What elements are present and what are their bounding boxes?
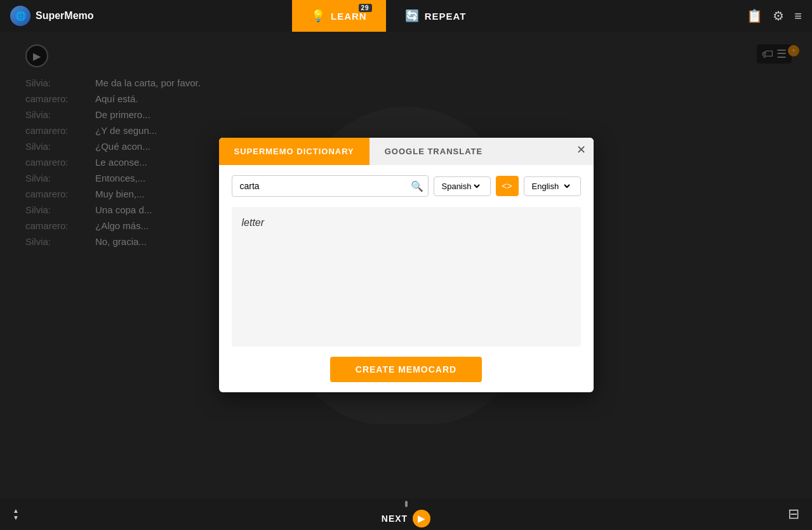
search-input[interactable] bbox=[232, 175, 429, 197]
bottombar: ▲ ▼ NEXT ▶ ⊟ bbox=[0, 498, 812, 530]
modal-body: 🔍 Spanish English French German <> bbox=[219, 165, 594, 392]
modal-tabs: SUPERMEMO DICTIONARY GOOGLE TRANSLATE ✕ bbox=[219, 138, 594, 165]
search-input-wrap: 🔍 bbox=[232, 175, 429, 197]
next-button[interactable]: NEXT ▶ bbox=[382, 510, 430, 527]
settings-button[interactable]: ⚙ bbox=[773, 8, 784, 23]
search-row: 🔍 Spanish English French German <> bbox=[232, 175, 581, 197]
result-word: letter bbox=[242, 217, 265, 228]
nav-learn[interactable]: 💡 LEARN 29 bbox=[292, 0, 386, 32]
nav-repeat-label: REPEAT bbox=[425, 11, 467, 22]
topbar-actions: 📋 ⚙ ≡ bbox=[736, 8, 812, 23]
result-area: letter bbox=[232, 207, 581, 347]
up-down-button[interactable]: ▲ ▼ bbox=[13, 507, 19, 521]
nav-learn-label: LEARN bbox=[331, 11, 367, 22]
search-button[interactable]: 🔍 bbox=[411, 180, 423, 192]
swap-icon: <> bbox=[502, 181, 512, 191]
notes-button[interactable]: 📋 bbox=[747, 8, 762, 23]
repeat-icon: 🔄 bbox=[405, 9, 420, 23]
app-title: SuperMemo bbox=[36, 10, 94, 22]
learn-badge: 29 bbox=[359, 4, 372, 12]
nav-repeat[interactable]: 🔄 REPEAT bbox=[386, 0, 486, 32]
next-arrow-icon: ▶ bbox=[413, 510, 430, 527]
from-language-select[interactable]: Spanish English French German bbox=[434, 176, 491, 196]
swap-languages-button[interactable]: <> bbox=[496, 176, 519, 196]
to-lang-dropdown[interactable]: English Spanish French German bbox=[529, 181, 572, 192]
down-arrow-icon: ▼ bbox=[13, 514, 19, 521]
topbar-nav: 💡 LEARN 29 🔄 REPEAT bbox=[292, 0, 736, 32]
modal-close-button[interactable]: ✕ bbox=[576, 144, 586, 156]
progress-indicator bbox=[405, 501, 408, 507]
learn-icon: 💡 bbox=[311, 9, 326, 23]
app-logo-icon: 🌐 bbox=[10, 6, 30, 26]
bottom-nav-left: ▲ ▼ bbox=[13, 507, 19, 521]
menu-button[interactable]: ≡ bbox=[794, 9, 802, 23]
main-content: ▶ Silvia: Me da la carta, por favor. cam… bbox=[0, 32, 812, 498]
logo-area: 🌐 SuperMemo bbox=[0, 6, 292, 26]
next-label: NEXT bbox=[382, 513, 408, 524]
list-icon[interactable]: ⊟ bbox=[788, 506, 799, 522]
dictionary-modal: SUPERMEMO DICTIONARY GOOGLE TRANSLATE ✕ … bbox=[219, 138, 594, 392]
to-language-select[interactable]: English Spanish French German bbox=[524, 176, 581, 196]
bottom-nav-center: NEXT ▶ bbox=[382, 501, 430, 527]
up-arrow-icon: ▲ bbox=[13, 507, 19, 514]
from-lang-dropdown[interactable]: Spanish English French German bbox=[439, 181, 482, 192]
bottom-nav-right: ⊟ bbox=[788, 506, 799, 522]
create-memocard-button[interactable]: CREATE MEMOCARD bbox=[330, 357, 482, 382]
tab-google-translate[interactable]: GOOGLE TRANSLATE bbox=[369, 138, 498, 165]
tab-supermemo-dictionary[interactable]: SUPERMEMO DICTIONARY bbox=[219, 138, 369, 165]
modal-overlay: SUPERMEMO DICTIONARY GOOGLE TRANSLATE ✕ … bbox=[0, 32, 812, 498]
topbar: 🌐 SuperMemo 💡 LEARN 29 🔄 REPEAT 📋 ⚙ ≡ bbox=[0, 0, 812, 32]
